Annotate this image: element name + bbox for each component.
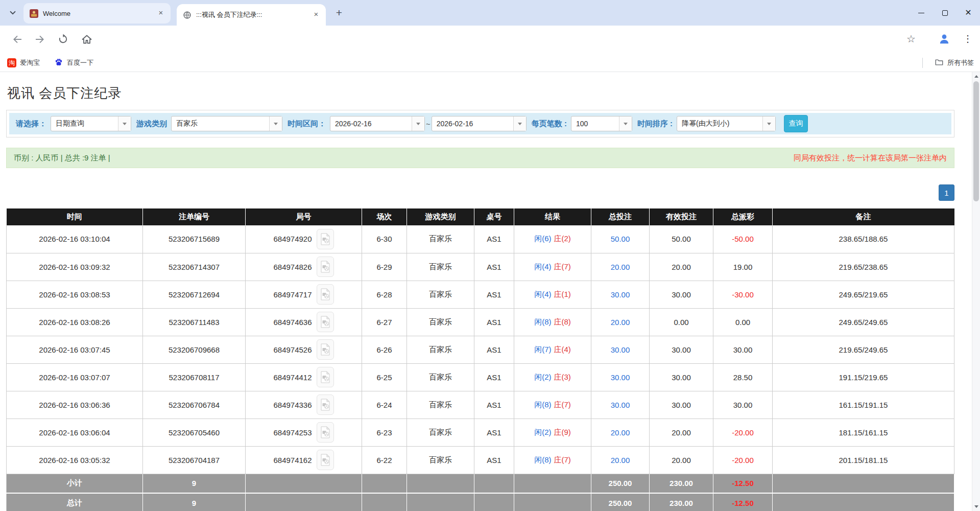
bookmark-baidu[interactable]: 百度一下 bbox=[54, 57, 93, 69]
cell-payout: -50.00 bbox=[713, 225, 773, 253]
close-icon[interactable]: × bbox=[156, 9, 165, 18]
cell-round: 684974826 bbox=[246, 253, 362, 281]
cell-note: 249.65/249.65 bbox=[773, 308, 954, 336]
query-button[interactable]: 查询 bbox=[784, 115, 808, 132]
cell-bet-id: 523206709668 bbox=[143, 336, 246, 363]
video-replay-button[interactable] bbox=[317, 339, 334, 360]
forward-icon[interactable] bbox=[34, 33, 46, 45]
footer-empty bbox=[362, 474, 407, 493]
cell-total-bet: 30.00 bbox=[591, 391, 650, 419]
bet-record-table: 时间注单编号局号场次游戏类别桌号结果总投注有效投注总派彩备注 2026-02-1… bbox=[6, 208, 954, 511]
date-end-select[interactable]: 2026-02-16 bbox=[432, 116, 527, 131]
pagination: 1 bbox=[6, 184, 954, 201]
query-type-select[interactable]: 日期查询 bbox=[51, 116, 131, 131]
close-window-button[interactable]: ✕ bbox=[957, 0, 980, 26]
cell-note: 219.65/249.65 bbox=[773, 336, 954, 363]
page-size-value: 100 bbox=[571, 117, 619, 131]
maximize-button[interactable] bbox=[933, 0, 957, 26]
result-banker: 庄(2) bbox=[554, 234, 571, 243]
chevron-down-icon[interactable] bbox=[513, 117, 526, 131]
video-replay-button[interactable] bbox=[317, 367, 334, 387]
video-replay-button[interactable] bbox=[317, 257, 334, 277]
cell-round: 684974526 bbox=[246, 336, 362, 363]
video-replay-button[interactable] bbox=[317, 229, 334, 249]
cell-game: 百家乐 bbox=[407, 225, 474, 253]
cell-result: 闲(6)庄(2) bbox=[514, 225, 591, 253]
table-row: 2026-02-16 03:05:32523206704187684974162… bbox=[7, 446, 954, 474]
cell-result: 闲(8)庄(7) bbox=[514, 391, 591, 419]
summary-bar: 币别 : 人民币 | 总共 :9 注单 | 同局有效投注，统一计算在该局第一张注… bbox=[6, 148, 954, 168]
tab-strip: Welcome × :::视讯 会员下注纪录::: × + ✕ bbox=[0, 0, 980, 26]
bookmark-label: 百度一下 bbox=[67, 58, 93, 67]
baidu-paw-icon bbox=[54, 58, 63, 68]
chevron-down-icon[interactable] bbox=[269, 117, 282, 131]
tab-search-icon[interactable] bbox=[8, 8, 17, 17]
result-banker: 庄(7) bbox=[554, 262, 571, 271]
globe-favicon-icon bbox=[183, 11, 192, 19]
round-number: 684974336 bbox=[273, 401, 312, 409]
table-row: 2026-02-16 03:06:36523206706784684974336… bbox=[7, 391, 954, 419]
home-icon[interactable] bbox=[81, 33, 93, 45]
chevron-down-icon[interactable] bbox=[762, 117, 775, 131]
cell-payout: 19.00 bbox=[713, 253, 773, 281]
cell-total-bet: 30.00 bbox=[591, 336, 650, 363]
browser-toolbar: videoie.com/game/betrecord_search/kind3?… bbox=[0, 26, 980, 53]
cell-total-bet: 20.00 bbox=[591, 253, 650, 281]
tab-welcome[interactable]: Welcome × bbox=[23, 3, 171, 24]
scrollbar-thumb[interactable] bbox=[973, 81, 979, 201]
video-replay-button[interactable] bbox=[317, 394, 334, 415]
cell-payout: -20.00 bbox=[713, 446, 773, 474]
footer-label: 总计 bbox=[7, 493, 143, 511]
tab-betrecord[interactable]: :::视讯 会员下注纪录::: × bbox=[177, 4, 326, 26]
cell-total-bet: 30.00 bbox=[591, 281, 650, 308]
scroll-down-icon[interactable] bbox=[972, 503, 980, 511]
video-replay-button[interactable] bbox=[317, 312, 334, 332]
page-size-label: 每页笔数 : bbox=[532, 119, 567, 129]
page-size-select[interactable]: 100 bbox=[571, 116, 632, 131]
video-replay-button[interactable] bbox=[317, 422, 334, 443]
reload-icon[interactable] bbox=[57, 33, 69, 45]
cell-total-bet: 20.00 bbox=[591, 419, 650, 446]
cell-result: 闲(8)庄(7) bbox=[514, 446, 591, 474]
cell-payout: -20.00 bbox=[713, 419, 773, 446]
page-1-button[interactable]: 1 bbox=[939, 184, 954, 201]
result-player: 闲(8) bbox=[534, 455, 551, 464]
cell-game: 百家乐 bbox=[407, 281, 474, 308]
cell-bet-id: 523206714307 bbox=[143, 253, 246, 281]
back-icon[interactable] bbox=[11, 33, 23, 45]
bookmark-star-icon[interactable]: ☆ bbox=[906, 33, 919, 45]
vertical-scrollbar[interactable] bbox=[972, 72, 980, 511]
date-start-select[interactable]: 2026-02-16 bbox=[330, 116, 425, 131]
chevron-down-icon[interactable] bbox=[118, 117, 131, 131]
footer-count: 9 bbox=[143, 474, 246, 493]
cell-time: 2026-02-16 03:06:04 bbox=[7, 419, 143, 446]
video-replay-button[interactable] bbox=[317, 450, 334, 470]
game-kind-select[interactable]: 百家乐 bbox=[171, 116, 282, 131]
scroll-up-icon[interactable] bbox=[972, 72, 980, 80]
close-icon[interactable]: × bbox=[312, 10, 321, 19]
table-row: 2026-02-16 03:06:04523206705460684974253… bbox=[7, 419, 954, 446]
cell-payout: 0.00 bbox=[713, 308, 773, 336]
footer-empty bbox=[514, 493, 591, 511]
video-replay-button[interactable] bbox=[317, 284, 334, 305]
footer-empty bbox=[246, 493, 362, 511]
column-header-7: 总投注 bbox=[591, 208, 650, 225]
cell-bet-id: 523206715689 bbox=[143, 225, 246, 253]
chevron-down-icon[interactable] bbox=[412, 117, 424, 131]
sort-select[interactable]: 降幂(由大到小) bbox=[677, 116, 776, 131]
cell-payout: 30.00 bbox=[713, 336, 773, 363]
cell-bet-id: 523206708117 bbox=[143, 363, 246, 391]
footer-count: 9 bbox=[143, 493, 246, 511]
cell-result: 闲(4)庄(1) bbox=[514, 281, 591, 308]
profile-avatar[interactable] bbox=[938, 32, 950, 44]
cell-time: 2026-02-16 03:06:36 bbox=[7, 391, 143, 419]
menu-dots-icon[interactable]: ⋮ bbox=[963, 33, 975, 45]
cell-bet-id: 523206705460 bbox=[143, 419, 246, 446]
chevron-down-icon[interactable] bbox=[619, 117, 632, 131]
all-bookmarks-button[interactable]: 所有书签 bbox=[935, 57, 974, 69]
round-number: 684974826 bbox=[273, 263, 312, 271]
bookmark-aitaobao[interactable]: 淘 爱淘宝 bbox=[7, 57, 40, 69]
new-tab-button[interactable]: + bbox=[333, 7, 345, 19]
minimize-button[interactable] bbox=[910, 0, 933, 26]
cell-note: 161.15/191.15 bbox=[773, 391, 954, 419]
